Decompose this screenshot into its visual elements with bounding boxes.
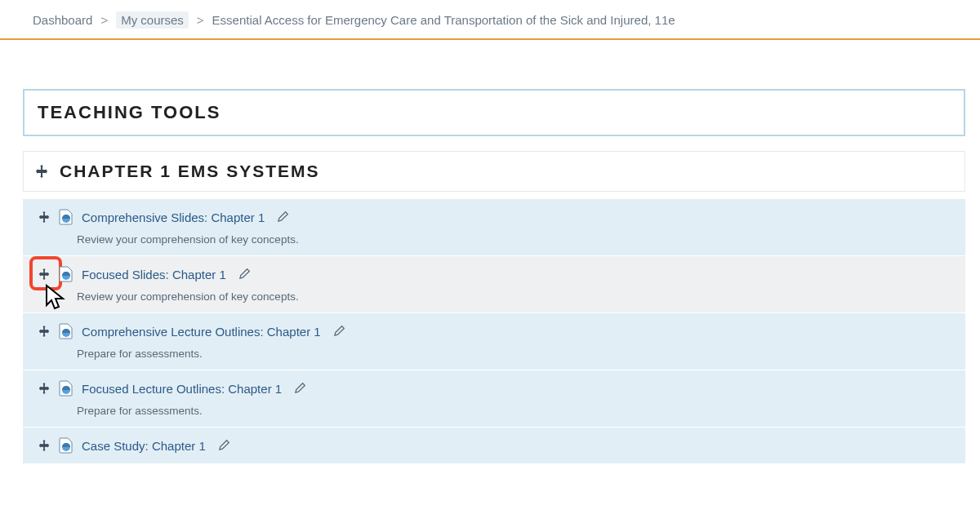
breadcrumb-separator: > — [194, 13, 207, 27]
move-icon[interactable] — [38, 439, 51, 452]
chapter-title: CHAPTER 1 EMS SYSTEMS — [60, 162, 320, 181]
chapter-header: CHAPTER 1 EMS SYSTEMS — [23, 151, 965, 192]
document-icon — [59, 266, 74, 282]
breadcrumb-separator: > — [97, 13, 111, 27]
document-icon — [59, 380, 74, 397]
activity-link[interactable]: Focused Slides: Chapter 1 — [82, 268, 226, 281]
activity-link[interactable]: Focused Lecture Outlines: Chapter 1 — [82, 382, 282, 396]
activity-item: Focused Slides: Chapter 1 Review your co… — [23, 255, 965, 312]
move-icon[interactable] — [35, 165, 48, 178]
breadcrumb-mycourses[interactable]: My courses — [116, 11, 189, 29]
activity-item: Case Study: Chapter 1 — [23, 427, 965, 463]
activity-description: Review your comprehension of key concept… — [77, 290, 952, 303]
cursor-icon — [44, 284, 67, 312]
activity-description: Review your comprehension of key concept… — [77, 233, 952, 246]
document-icon — [59, 323, 74, 339]
activity-link[interactable]: Comprehensive Lecture Outlines: Chapter … — [82, 325, 321, 339]
section-title: TEACHING TOOLS — [38, 102, 951, 123]
edit-icon[interactable] — [278, 210, 291, 224]
edit-icon[interactable] — [239, 268, 252, 281]
activity-item: Comprehensive Slides: Chapter 1 Review y… — [23, 198, 965, 255]
edit-icon[interactable] — [295, 382, 308, 395]
document-icon — [59, 209, 74, 225]
move-icon[interactable] — [38, 325, 51, 338]
edit-icon[interactable] — [219, 439, 232, 452]
document-icon — [59, 437, 74, 454]
section-header: TEACHING TOOLS — [23, 89, 965, 136]
activity-item: Focused Lecture Outlines: Chapter 1 Prep… — [23, 370, 965, 427]
activity-item: Comprehensive Lecture Outlines: Chapter … — [23, 312, 965, 370]
edit-icon[interactable] — [334, 325, 347, 338]
activity-description: Prepare for assessments. — [77, 348, 952, 360]
activity-list: Comprehensive Slides: Chapter 1 Review y… — [23, 198, 965, 463]
activity-link[interactable]: Comprehensive Slides: Chapter 1 — [82, 210, 265, 224]
activity-link[interactable]: Case Study: Chapter 1 — [82, 439, 206, 453]
activity-description: Prepare for assessments. — [77, 405, 952, 417]
move-icon[interactable] — [38, 210, 51, 224]
breadcrumb-dashboard[interactable]: Dashboard — [33, 13, 92, 27]
move-icon[interactable] — [38, 382, 51, 395]
breadcrumb-course[interactable]: Essential Access for Emergency Care and … — [212, 13, 675, 27]
move-icon[interactable] — [38, 268, 51, 281]
breadcrumb: Dashboard > My courses > Essential Acces… — [0, 0, 980, 40]
